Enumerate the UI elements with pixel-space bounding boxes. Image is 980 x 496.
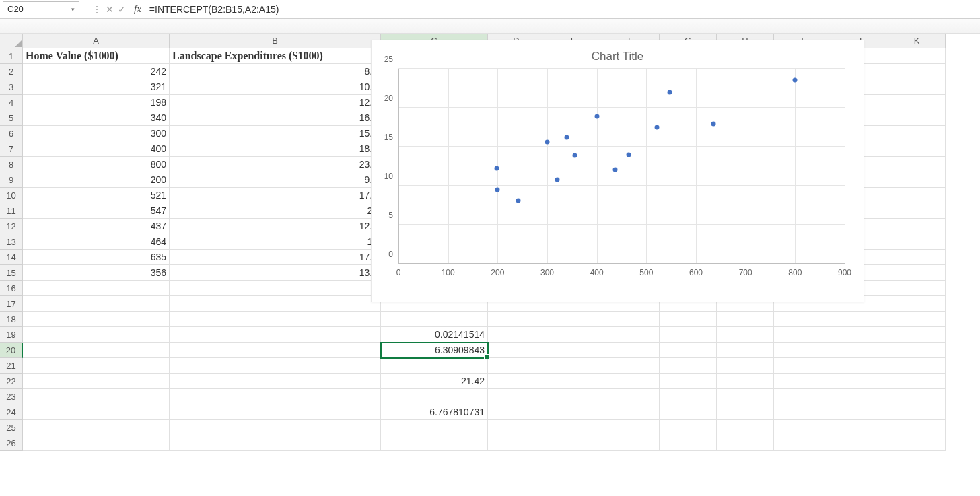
cell-K20[interactable] [888,343,946,358]
cell-H21[interactable] [717,358,774,374]
row-header-6[interactable]: 6 [0,126,23,141]
cell-K8[interactable] [888,157,946,172]
data-point[interactable] [594,114,599,118]
cell-K3[interactable] [888,79,946,95]
cell-K26[interactable] [888,435,946,451]
cell-G21[interactable] [660,358,717,374]
data-point[interactable] [793,78,798,83]
cell-A20[interactable] [23,343,170,358]
cell-B2[interactable]: 8.1 [170,64,381,79]
cell-A10[interactable]: 521 [23,188,170,203]
cell-D21[interactable] [488,358,545,374]
cell-H25[interactable] [717,420,774,435]
row-header-14[interactable]: 14 [0,250,23,265]
row-header-2[interactable]: 2 [0,64,23,79]
cell-C19[interactable]: 0.02141514 [381,327,488,343]
cell-A6[interactable]: 300 [23,126,170,141]
row-header-20[interactable]: 20 [0,343,23,358]
data-point[interactable] [573,153,578,157]
cell-A26[interactable] [23,435,170,451]
cell-F22[interactable] [602,374,660,389]
cell-K2[interactable] [888,64,946,79]
cell-D22[interactable] [488,374,545,389]
row-header-23[interactable]: 23 [0,389,23,404]
cell-I25[interactable] [774,420,831,435]
cell-C26[interactable] [381,435,488,451]
cell-I18[interactable] [774,312,831,327]
cell-J24[interactable] [831,404,888,420]
cell-I24[interactable] [774,404,831,420]
row-header-24[interactable]: 24 [0,404,23,420]
cell-F21[interactable] [602,358,660,374]
cell-K14[interactable] [888,250,946,265]
cell-G20[interactable] [660,343,717,358]
cell-B7[interactable]: 18.9 [170,141,381,157]
cell-B21[interactable] [170,358,381,374]
cell-J22[interactable] [831,374,888,389]
row-header-21[interactable]: 21 [0,358,23,374]
cell-G26[interactable] [660,435,717,451]
chevron-down-icon[interactable]: ▾ [71,6,75,13]
cell-B3[interactable]: 10.8 [170,79,381,95]
cell-F19[interactable] [602,327,660,343]
cell-A8[interactable]: 800 [23,157,170,172]
row-header-25[interactable]: 25 [0,420,23,435]
data-point[interactable] [516,199,521,203]
cell-A4[interactable]: 198 [23,95,170,110]
cell-K19[interactable] [888,327,946,343]
cell-F23[interactable] [602,389,660,404]
row-header-15[interactable]: 15 [0,265,23,281]
formula-input[interactable] [145,4,980,15]
cell-K12[interactable] [888,219,946,234]
spreadsheet-grid[interactable]: ABCDEFGHIJK 1234567891011121314151617181… [0,34,980,496]
cell-G23[interactable] [660,389,717,404]
cell-B23[interactable] [170,389,381,404]
cell-K15[interactable] [888,265,946,281]
row-header-11[interactable]: 11 [0,203,23,219]
data-point[interactable] [626,152,631,157]
cell-K25[interactable] [888,420,946,435]
cell-H20[interactable] [717,343,774,358]
cell-K10[interactable] [888,188,946,203]
cell-C25[interactable] [381,420,488,435]
cell-K7[interactable] [888,141,946,157]
cell-A19[interactable] [23,327,170,343]
cell-A3[interactable]: 321 [23,79,170,95]
cell-B15[interactable]: 13.9 [170,265,381,281]
cell-F26[interactable] [602,435,660,451]
cell-A7[interactable]: 400 [23,141,170,157]
cell-B9[interactable]: 9.5 [170,172,381,188]
data-point[interactable] [612,167,617,172]
select-all-corner[interactable] [0,34,23,48]
cell-A15[interactable]: 356 [23,265,170,281]
cell-E18[interactable] [545,312,602,327]
cell-C22[interactable]: 21.42 [381,374,488,389]
cell-J26[interactable] [831,435,888,451]
cell-A1[interactable]: Home Value ($1000) [23,48,170,64]
row-header-3[interactable]: 3 [0,79,23,95]
col-header-B[interactable]: B [170,34,381,48]
cell-A13[interactable]: 464 [23,234,170,250]
cancel-icon[interactable]: ✕ [106,4,114,15]
cell-G25[interactable] [660,420,717,435]
cell-K24[interactable] [888,404,946,420]
cell-I19[interactable] [774,327,831,343]
row-header-13[interactable]: 13 [0,234,23,250]
name-box[interactable]: C20 ▾ [3,1,79,17]
cell-I22[interactable] [774,374,831,389]
data-point[interactable] [654,125,659,130]
cell-J19[interactable] [831,327,888,343]
cell-J21[interactable] [831,358,888,374]
cell-J20[interactable] [831,343,888,358]
cell-A18[interactable] [23,312,170,327]
cell-I21[interactable] [774,358,831,374]
cell-H23[interactable] [717,389,774,404]
data-point[interactable] [555,177,560,182]
cell-F25[interactable] [602,420,660,435]
cell-I26[interactable] [774,435,831,451]
cell-K21[interactable] [888,358,946,374]
cell-A21[interactable] [23,358,170,374]
cell-A24[interactable] [23,404,170,420]
cell-H19[interactable] [717,327,774,343]
row-header-12[interactable]: 12 [0,219,23,234]
